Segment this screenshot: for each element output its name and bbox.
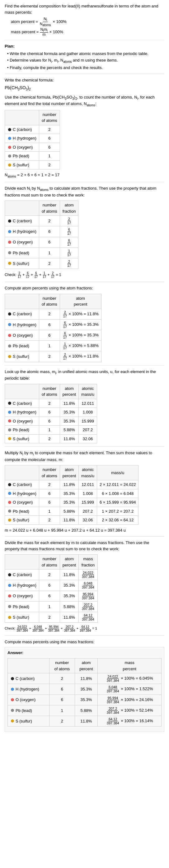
sulfur-dot-6: [8, 616, 11, 619]
oxygen-n-6: 6: [39, 591, 60, 601]
carbon-dot-7: [11, 677, 14, 680]
sulfur-pct-6: 11.8%: [60, 612, 79, 622]
plan-item-3: • Finally, compute the percents and chec…: [7, 65, 164, 71]
lead-masspct-7: 207.2397.384 × 100% = 52.14%: [98, 705, 162, 716]
table-atoms-count: numberof atoms C (carbon) 2 H (hydrogen)…: [5, 110, 60, 170]
table-atom-fractions: numberof atoms atomfraction C (carbon) 2…: [5, 200, 79, 269]
formula-display: Pb(CH3SO3)2: [5, 85, 164, 92]
oxygen-mass-calc: 6 × 15.999 = 95.994: [97, 498, 139, 507]
oxygen-pct-6: 35.3%: [60, 591, 79, 601]
element-hydrogen-2: H (hydrogen): [5, 226, 39, 237]
lead-mass-5: 207.2: [79, 507, 97, 516]
carbon-pct-4: 11.8%: [60, 399, 79, 408]
lead-n-3: 1: [39, 341, 60, 351]
oxygen-dot-7: [11, 698, 14, 701]
col-atom-percent-5: atompercent: [60, 465, 79, 480]
lead-n-4: 1: [39, 426, 60, 435]
element-oxygen-6: O (oxygen): [5, 591, 39, 601]
table-row: O (oxygen) 6 35.3% 95.994397.384: [5, 591, 98, 601]
divide-mass-text: Divide the mass for each element by m to…: [5, 540, 164, 552]
lead-pct-5: 5.88%: [60, 507, 79, 516]
element-sulfur-3: S (sulfur): [5, 351, 39, 362]
lead-frac-2: 117: [60, 247, 79, 258]
lead-dot-5: [8, 509, 11, 513]
intro-paragraph: Find the elemental composition for lead(…: [5, 3, 164, 15]
oxygen-pct-4: 35.3%: [60, 416, 79, 426]
element-lead-4: Pb (lead): [5, 426, 39, 435]
element-carbon-4: C (carbon): [5, 399, 39, 408]
element-lead-3: Pb (lead): [5, 341, 39, 351]
sulfur-dot: [8, 163, 11, 167]
table-row: O (oxygen) 6 35.3% 15.999: [5, 416, 97, 426]
m-equation: m = 24.022 u + 6.048 u + 95.994 u + 207.…: [5, 527, 164, 533]
col-mass-u: mass/u: [97, 465, 139, 480]
oxygen-dot-2: [8, 241, 11, 244]
sulfur-atom-pct: 217 × 100% = 11.8%: [60, 351, 101, 362]
col-element-5: [5, 465, 39, 480]
element-carbon-2: C (carbon): [5, 216, 39, 226]
table-row: Pb (lead) 1 5.88% 207.2397.384: [5, 601, 98, 612]
table-row: H (hydrogen) 6 35.3% 6.048397.384: [5, 580, 98, 591]
hydrogen-n-2: 6: [39, 226, 60, 237]
col-num-atoms-6: numberof atoms: [39, 555, 60, 569]
carbon-mass-frac: 24.022397.384: [79, 569, 98, 580]
hydrogen-pct-5: 35.3%: [60, 489, 79, 498]
col-num-atoms-5: numberof atoms: [39, 465, 60, 480]
element-oxygen-3: O (oxygen): [5, 330, 39, 340]
plan-section: Plan: • Write the chemical formula and g…: [5, 43, 164, 70]
oxygen-dot-5: [8, 501, 11, 504]
carbon-dot-6: [8, 573, 11, 577]
oxygen-n-5: 6: [39, 498, 60, 507]
check-1: Check: 217 + 617 + 617 + 117 + 217 = 1: [5, 271, 164, 279]
hydrogen-mass-4: 1.008: [79, 408, 97, 417]
element-lead-2: Pb (lead): [5, 247, 39, 258]
sulfur-n-3: 2: [39, 351, 60, 362]
divider-6: [5, 446, 164, 447]
sulfur-mass-4: 32.06: [79, 434, 97, 443]
hydrogen-atom-pct: 617 × 100% = 35.3%: [60, 319, 101, 330]
lead-dot-2: [8, 251, 11, 254]
table-row: Pb (lead) 1: [5, 152, 60, 161]
oxygen-mass-frac: 95.994397.384: [79, 591, 98, 601]
hydrogen-dot-4: [8, 411, 11, 414]
table-row: O (oxygen) 6 35.3% 95.994397.384 × 100% …: [8, 694, 162, 705]
oxygen-dot: [8, 146, 11, 149]
oxygen-atompct-7: 35.3%: [75, 694, 98, 705]
lead-dot-3: [8, 344, 11, 348]
hydrogen-dot-6: [8, 584, 11, 587]
lead-dot-6: [8, 605, 11, 608]
sulfur-n-1: 2: [39, 160, 60, 169]
table-row: S (sulfur) 2 217: [5, 258, 79, 269]
mass-percent-formula: mass percent = Nimim × 100%: [11, 28, 164, 37]
table-row: Pb (lead) 1 5.88% 207.2: [5, 426, 97, 435]
oxygen-dot-6: [8, 594, 11, 597]
oxygen-dot-3: [8, 334, 11, 337]
sulfur-dot-2: [8, 262, 11, 265]
element-lead-6: Pb (lead): [5, 601, 39, 612]
sulfur-dot-3: [8, 355, 11, 358]
lead-pct-6: 5.88%: [60, 601, 79, 612]
col-atom-percent-7: atompercent: [75, 658, 98, 673]
oxygen-n-3: 6: [39, 330, 60, 340]
table-row: Pb (lead) 1 5.88% 207.2397.384 × 100% = …: [8, 705, 162, 716]
hydrogen-pct-4: 35.3%: [60, 408, 79, 417]
lead-mass-4: 207.2: [79, 426, 97, 435]
hydrogen-dot-2: [8, 230, 11, 233]
element-carbon-5: C (carbon): [5, 480, 39, 489]
col-num-atoms-2: numberof atoms: [39, 201, 60, 216]
hydrogen-mass-calc: 6 × 1.008 = 6.048: [97, 489, 139, 498]
divider-4: [5, 282, 164, 282]
divider-1: [5, 40, 164, 40]
divider-5: [5, 365, 164, 366]
element-hydrogen-1: H (hydrogen): [5, 134, 39, 143]
sulfur-dot-4: [8, 437, 11, 440]
sulfur-pct-5: 11.8%: [60, 516, 79, 525]
divider-8: [5, 636, 164, 636]
oxygen-atom-pct: 617 × 100% = 35.3%: [60, 330, 101, 340]
sulfur-mass-calc: 2 × 32.06 = 64.12: [97, 516, 139, 525]
element-hydrogen-7: H (hydrogen): [8, 684, 50, 694]
element-oxygen-4: O (oxygen): [5, 416, 39, 426]
carbon-dot-5: [8, 483, 11, 486]
col-atom-fraction: atomfraction: [60, 201, 79, 216]
divide-text: Divide each Ni by Natoms to calculate at…: [5, 185, 164, 198]
